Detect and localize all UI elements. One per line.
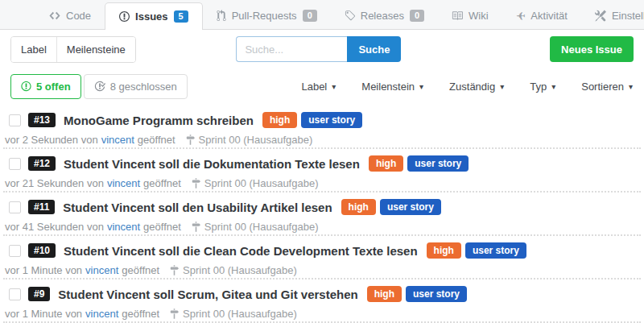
label-filter-label: Label bbox=[301, 81, 327, 93]
milestone-icon bbox=[170, 309, 179, 319]
type-filter-dropdown[interactable]: Typ ▾ bbox=[530, 81, 555, 93]
tab-code[interactable]: Code bbox=[35, 2, 105, 29]
issue-meta-opened: geöffnet bbox=[143, 221, 181, 233]
releases-count-badge: 0 bbox=[410, 10, 424, 22]
issue-milestone[interactable]: Sprint 00 (Hausaufgabe) bbox=[192, 221, 319, 233]
issue-row: #9 Student Vincent soll Scrum, Gitea und… bbox=[3, 280, 641, 323]
issue-author-link[interactable]: vincent bbox=[101, 134, 134, 146]
pull-requests-count-badge: 0 bbox=[303, 10, 317, 22]
filter-bar: 5 offen 8 geschlossen Label ▾ Meilenstei… bbox=[0, 68, 644, 106]
issue-row: #12 Student Vincent soll die Dokumentati… bbox=[3, 149, 641, 193]
issue-author-link[interactable]: vincent bbox=[85, 308, 118, 320]
tab-wiki[interactable]: Wiki bbox=[438, 2, 502, 29]
issue-title-link[interactable]: Student Vincent soll den Usability Artik… bbox=[63, 201, 332, 214]
type-filter-label: Typ bbox=[530, 81, 547, 93]
issue-meta-time: vor 1 Minute von bbox=[5, 308, 82, 320]
milestone-filter-label: Meilenstein bbox=[361, 81, 415, 93]
issue-id-badge: #10 bbox=[28, 243, 56, 258]
issue-labels: highuser story bbox=[341, 199, 441, 215]
tab-activity[interactable]: ✈ Aktivität bbox=[502, 2, 581, 29]
issue-labels: highuser story bbox=[369, 155, 469, 172]
issue-label-user-story[interactable]: user story bbox=[407, 155, 469, 172]
issue-label-high[interactable]: high bbox=[262, 112, 297, 128]
assignee-filter-label: Zuständig bbox=[449, 81, 495, 93]
issue-meta: vor 1 Minute von vincent geöffnet Sprint… bbox=[5, 264, 634, 276]
sort-label: Sortieren bbox=[581, 81, 624, 93]
issue-labels: highuser story bbox=[427, 242, 526, 259]
issue-milestone-label: Sprint 00 (Hausaufgabe) bbox=[199, 134, 313, 146]
issue-milestone[interactable]: Sprint 00 (Hausaufgabe) bbox=[170, 308, 297, 320]
issue-row: #11 Student Vincent soll den Usability A… bbox=[3, 193, 641, 236]
label-filter-dropdown[interactable]: Label ▾ bbox=[301, 81, 336, 93]
issue-label-user-story[interactable]: user story bbox=[380, 199, 441, 215]
issues-count-badge: 5 bbox=[174, 10, 188, 23]
tab-issues[interactable]: Issues 5 bbox=[105, 2, 203, 30]
issue-meta: vor 21 Sekunden von vincent geöffnet Spr… bbox=[5, 177, 634, 189]
tab-activity-label: Aktivität bbox=[530, 10, 568, 22]
issue-label-high[interactable]: high bbox=[367, 286, 402, 302]
issue-title-line: #12 Student Vincent soll die Dokumentati… bbox=[5, 155, 634, 172]
code-icon bbox=[49, 10, 60, 22]
issue-checkbox[interactable] bbox=[9, 114, 21, 126]
issue-checkbox[interactable] bbox=[9, 201, 21, 213]
tab-pull-requests[interactable]: Pull-Requests 0 bbox=[203, 2, 331, 29]
chevron-down-icon: ▾ bbox=[629, 82, 633, 91]
issue-closed-icon bbox=[94, 81, 105, 92]
chevron-down-icon: ▾ bbox=[500, 82, 504, 91]
closed-issues-filter[interactable]: 8 geschlossen bbox=[84, 74, 188, 99]
issue-meta: vor 41 Sekunden von vincent geöffnet Spr… bbox=[5, 221, 634, 233]
issue-title-link[interactable]: Student Vincent soll Scrum, Gitea und Gi… bbox=[58, 288, 357, 301]
tab-settings[interactable]: Einstellungen bbox=[581, 2, 644, 29]
issue-milestone[interactable]: Sprint 00 (Hausaufgabe) bbox=[186, 134, 313, 146]
issue-meta-time: vor 2 Sekunden von bbox=[5, 134, 98, 146]
search-input[interactable] bbox=[236, 36, 347, 62]
issue-milestone[interactable]: Sprint 00 (Hausaufgabe) bbox=[192, 177, 319, 189]
issue-milestone[interactable]: Sprint 00 (Hausaufgabe) bbox=[170, 264, 297, 276]
issue-meta: vor 1 Minute von vincent geöffnet Sprint… bbox=[5, 308, 634, 320]
issue-label-user-story[interactable]: user story bbox=[465, 242, 526, 259]
issue-title-line: #11 Student Vincent soll den Usability A… bbox=[5, 199, 634, 215]
repo-tabbar: Code Issues 5 Pull-Requests 0 Releases 0 bbox=[0, 0, 644, 30]
search-button[interactable]: Suche bbox=[347, 36, 401, 62]
issue-meta-time: vor 1 Minute von bbox=[5, 264, 82, 276]
issue-label-high[interactable]: high bbox=[341, 199, 376, 215]
issue-title-link[interactable]: Student Vincent soll die Dokumentation T… bbox=[64, 157, 360, 171]
issue-milestone-label: Sprint 00 (Hausaufgabe) bbox=[183, 264, 297, 276]
issue-title-line: #10 Student Vincent soll die Clean Code … bbox=[5, 242, 634, 259]
milestone-filter-dropdown[interactable]: Meilenstein ▾ bbox=[361, 81, 423, 93]
issue-meta-opened: geöffnet bbox=[143, 177, 181, 189]
new-issue-button[interactable]: Neues Issue bbox=[550, 36, 634, 62]
milestones-button[interactable]: Meilensteine bbox=[56, 37, 135, 62]
issue-meta: vor 2 Sekunden von vincent geöffnet Spri… bbox=[5, 134, 634, 146]
issue-title-link[interactable]: MonoGame Programm schreiben bbox=[64, 114, 254, 127]
chevron-down-icon: ▾ bbox=[419, 82, 423, 91]
issue-meta-opened: geöffnet bbox=[138, 134, 175, 146]
issue-author-link[interactable]: vincent bbox=[85, 264, 118, 276]
issue-label-user-story[interactable]: user story bbox=[301, 112, 362, 128]
issue-label-user-story[interactable]: user story bbox=[406, 286, 467, 302]
issue-checkbox[interactable] bbox=[9, 245, 21, 257]
labels-button[interactable]: Label bbox=[11, 37, 56, 62]
issue-id-badge: #13 bbox=[28, 113, 56, 127]
tab-releases[interactable]: Releases 0 bbox=[331, 2, 438, 29]
issue-meta-time: vor 21 Sekunden von bbox=[5, 177, 104, 189]
milestone-icon bbox=[186, 135, 195, 145]
issue-labels: highuser story bbox=[367, 286, 467, 302]
tab-code-label: Code bbox=[66, 10, 91, 22]
issue-author-link[interactable]: vincent bbox=[107, 221, 140, 233]
issue-checkbox[interactable] bbox=[9, 158, 21, 170]
tab-settings-label: Einstellungen bbox=[612, 10, 644, 22]
issue-checkbox[interactable] bbox=[9, 288, 21, 300]
search-bar: Suche bbox=[236, 36, 401, 62]
issue-title-link[interactable]: Student Vincent soll die Clean Code Deve… bbox=[64, 244, 418, 258]
git-pull-request-icon bbox=[217, 10, 226, 22]
issue-label-high[interactable]: high bbox=[369, 155, 403, 172]
sort-dropdown[interactable]: Sortieren ▾ bbox=[581, 81, 633, 93]
assignee-filter-dropdown[interactable]: Zuständig ▾ bbox=[449, 81, 504, 93]
tab-releases-label: Releases bbox=[361, 10, 404, 22]
issue-label-high[interactable]: high bbox=[427, 242, 461, 259]
issue-list: #13 MonoGame Programm schreiben highuser… bbox=[0, 106, 644, 323]
issue-author-link[interactable]: vincent bbox=[107, 177, 140, 189]
open-issues-filter[interactable]: 5 offen bbox=[10, 74, 81, 99]
issue-meta-time: vor 41 Sekunden von bbox=[5, 221, 104, 233]
